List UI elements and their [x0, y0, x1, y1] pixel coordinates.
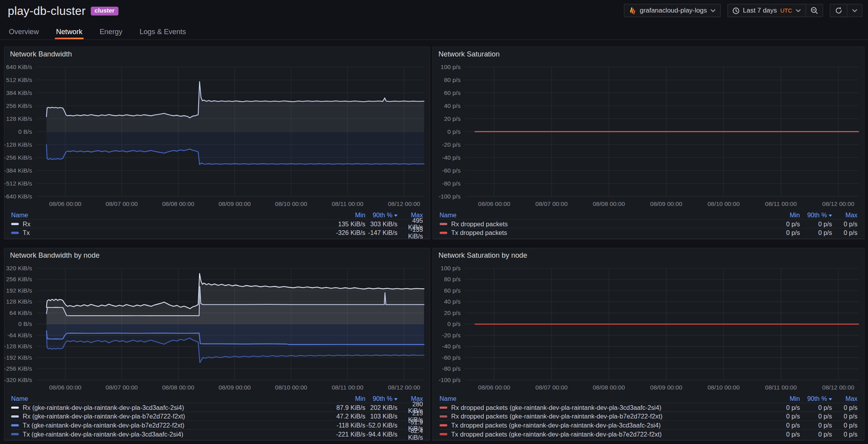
- series-90th-value: 103 KiB/s: [365, 413, 398, 420]
- network-saturation-by-node-chart[interactable]: 100 p/s80 p/s60 p/s40 p/s20 p/s0 p/s-20 …: [433, 263, 864, 395]
- legend-row: Rx dropped packets (gke-raintank-dev-pla…: [440, 411, 858, 420]
- refresh-icon: [835, 7, 842, 15]
- svg-text:08/08 00:00: 08/08 00:00: [593, 200, 625, 207]
- legend-col-name[interactable]: Name: [440, 395, 745, 402]
- series-color-swatch: [440, 433, 448, 435]
- tab-overview[interactable]: Overview: [8, 24, 40, 39]
- tab-logs-events[interactable]: Logs & Events: [139, 24, 187, 39]
- legend-col-min[interactable]: Min: [310, 395, 365, 402]
- datasource-picker[interactable]: grafanacloud-play-logs: [624, 4, 721, 17]
- legend-col-name[interactable]: Name: [11, 395, 310, 402]
- legend-col-min[interactable]: Min: [310, 211, 365, 218]
- refresh-interval-picker[interactable]: [848, 4, 863, 17]
- svg-text:08/08 00:00: 08/08 00:00: [162, 384, 194, 391]
- svg-text:-128 KiB/s: -128 KiB/s: [4, 141, 32, 148]
- svg-text:192 KiB/s: 192 KiB/s: [6, 287, 32, 294]
- series-name[interactable]: Tx dropped packets (gke-raintank-dev-pla…: [451, 431, 662, 437]
- legend-col-90th[interactable]: 90th %: [800, 211, 832, 218]
- series-90th-value: 0 p/s: [800, 422, 832, 428]
- series-max-value: 0 p/s: [832, 431, 857, 437]
- svg-text:40 p/s: 40 p/s: [444, 102, 460, 109]
- legend-col-name[interactable]: Name: [11, 211, 310, 218]
- svg-text:08/06 00:00: 08/06 00:00: [49, 200, 81, 207]
- svg-text:-640 KiB/s: -640 KiB/s: [4, 193, 32, 200]
- series-90th-value: -94.4 KiB/s: [365, 431, 398, 437]
- series-color-swatch: [440, 231, 448, 234]
- series-name[interactable]: Tx dropped packets (gke-raintank-dev-pla…: [451, 422, 661, 428]
- series-name[interactable]: Rx dropped packets (gke-raintank-dev-pla…: [451, 413, 662, 420]
- legend-col-90th[interactable]: 90th %: [365, 395, 398, 402]
- svg-text:08/12 00:00: 08/12 00:00: [822, 384, 854, 391]
- svg-text:08/07 00:00: 08/07 00:00: [535, 384, 568, 391]
- network-bandwidth-by-node-chart[interactable]: 320 KiB/s256 KiB/s192 KiB/s128 KiB/s64 K…: [4, 263, 429, 395]
- series-max-value: 0 p/s: [832, 422, 857, 428]
- refresh-button[interactable]: [830, 4, 848, 17]
- series-color-swatch: [440, 223, 448, 225]
- series-name[interactable]: Rx dropped packets: [451, 220, 508, 227]
- series-name[interactable]: Tx dropped packets: [451, 229, 507, 236]
- legend-col-max[interactable]: Max: [832, 211, 857, 218]
- svg-text:08/08 00:00: 08/08 00:00: [593, 384, 625, 391]
- legend-col-name[interactable]: Name: [440, 211, 745, 218]
- panel-title[interactable]: Network Bandwidth: [4, 47, 429, 62]
- series-color-swatch: [11, 424, 19, 426]
- network-saturation-chart[interactable]: 100 p/s80 p/s60 p/s40 p/s20 p/s0 p/s-20 …: [433, 62, 864, 211]
- svg-text:-256 KiB/s: -256 KiB/s: [4, 154, 32, 161]
- svg-text:640 KiB/s: 640 KiB/s: [6, 64, 32, 70]
- legend-col-min[interactable]: Min: [745, 211, 800, 218]
- page-title: play-db-cluster: [8, 4, 86, 18]
- svg-text:08/11 00:00: 08/11 00:00: [765, 384, 797, 391]
- time-zone-label: UTC: [780, 7, 792, 14]
- series-name[interactable]: Rx (gke-raintank-dev-pla-raintank-dev-pl…: [23, 404, 184, 411]
- panel-title[interactable]: Network Saturation: [433, 47, 864, 62]
- legend-col-90th[interactable]: 90th %: [365, 211, 398, 218]
- series-max-value: -135 KiB/s: [397, 226, 423, 239]
- series-name[interactable]: Rx dropped packets (gke-raintank-dev-pla…: [451, 404, 661, 411]
- series-90th-value: 0 p/s: [800, 413, 832, 420]
- svg-text:128 KiB/s: 128 KiB/s: [6, 115, 32, 122]
- cluster-tag[interactable]: cluster: [91, 7, 119, 16]
- zoom-out-button[interactable]: [806, 4, 823, 17]
- svg-text:08/06 00:00: 08/06 00:00: [478, 384, 510, 391]
- series-90th-value: 0 p/s: [800, 220, 832, 227]
- zoom-out-icon: [810, 7, 818, 15]
- series-name[interactable]: Rx (gke-raintank-dev-pla-raintank-dev-pl…: [23, 413, 185, 420]
- svg-text:08/12 00:00: 08/12 00:00: [822, 200, 854, 207]
- svg-text:08/07 00:00: 08/07 00:00: [106, 200, 138, 207]
- series-name[interactable]: Rx: [23, 220, 31, 227]
- panel-network-saturation: Network Saturation 100 p/s80 p/s60 p/s40…: [432, 46, 864, 239]
- legend-col-max[interactable]: Max: [832, 395, 857, 402]
- svg-text:100 p/s: 100 p/s: [440, 64, 460, 70]
- datasource-label: grafanacloud-play-logs: [640, 7, 707, 15]
- time-range-label: Last 7 days: [743, 7, 777, 15]
- svg-text:60 p/s: 60 p/s: [444, 287, 460, 294]
- time-range-picker[interactable]: Last 7 days UTC: [727, 4, 806, 17]
- svg-text:-40 p/s: -40 p/s: [442, 343, 461, 349]
- series-90th-value: 0 p/s: [800, 404, 832, 411]
- series-min-value: 47.2 KiB/s: [310, 413, 365, 420]
- svg-text:08/08 00:00: 08/08 00:00: [162, 200, 194, 207]
- legend-col-min[interactable]: Min: [745, 395, 800, 402]
- svg-text:-512 KiB/s: -512 KiB/s: [4, 180, 32, 187]
- svg-text:08/09 00:00: 08/09 00:00: [650, 200, 682, 207]
- legend-row: Rx (gke-raintank-dev-pla-raintank-dev-pl…: [11, 411, 423, 420]
- svg-text:-60 p/s: -60 p/s: [442, 167, 461, 174]
- panel-title[interactable]: Network Bandwidth by node: [4, 248, 429, 263]
- legend-col-90th[interactable]: 90th %: [800, 395, 832, 402]
- svg-text:512 KiB/s: 512 KiB/s: [6, 76, 32, 83]
- series-max-value: 0 p/s: [832, 413, 857, 420]
- series-name[interactable]: Tx (gke-raintank-dev-pla-raintank-dev-pl…: [23, 431, 183, 437]
- series-max-value: 0 p/s: [832, 229, 857, 236]
- svg-text:40 p/s: 40 p/s: [444, 298, 460, 305]
- series-name[interactable]: Tx (gke-raintank-dev-pla-raintank-dev-pl…: [23, 422, 185, 428]
- svg-text:128 KiB/s: 128 KiB/s: [6, 298, 32, 305]
- series-min-value: 0 p/s: [745, 220, 800, 227]
- series-name[interactable]: Tx: [23, 229, 30, 236]
- network-bandwidth-chart[interactable]: 640 KiB/s512 KiB/s384 KiB/s256 KiB/s128 …: [4, 62, 429, 211]
- svg-text:-320 KiB/s: -320 KiB/s: [4, 377, 32, 383]
- tab-energy[interactable]: Energy: [99, 24, 124, 39]
- panel-title[interactable]: Network Saturation by node: [433, 248, 864, 263]
- tab-network[interactable]: Network: [55, 24, 84, 39]
- panel-network-bandwidth-by-node: Network Bandwidth by node 320 KiB/s256 K…: [4, 248, 430, 441]
- svg-text:0 p/s: 0 p/s: [448, 320, 461, 327]
